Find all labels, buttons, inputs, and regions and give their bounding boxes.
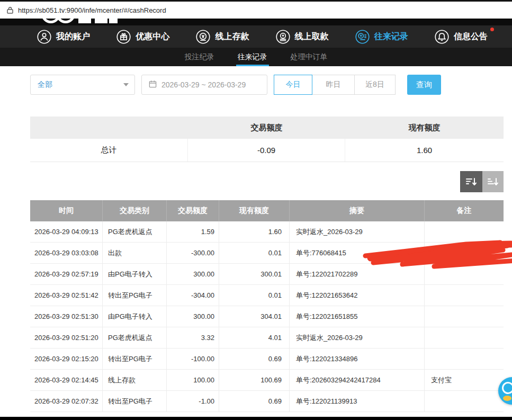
browser-address-bar: https://sb051.tv:9900/infe/mcenter/#/cas… bbox=[0, 0, 512, 19]
date-range-input[interactable]: 2026-03-29 ~ 2026-03-29 bbox=[141, 75, 267, 95]
table-row: 2026-03-29 02:57:19 由PG电子转入 300.00 300.0… bbox=[30, 264, 504, 285]
quick-button-today[interactable]: 今日 bbox=[274, 75, 312, 95]
nav-item-label: 我的账户 bbox=[56, 31, 90, 42]
cell-summary: 单号:122021139913 bbox=[290, 391, 425, 412]
nav-item-deposit[interactable]: 线上存款 bbox=[196, 30, 249, 44]
col-header-balance: 现有额度 bbox=[219, 200, 290, 221]
cell-time: 2026-03-29 02:51:30 bbox=[30, 306, 103, 327]
quick-button-last8days[interactable]: 近8日 bbox=[354, 75, 396, 95]
nav-item-account[interactable]: 我的账户 bbox=[37, 30, 90, 44]
summary-header-transaction: 交易额度 bbox=[188, 117, 345, 139]
cell-time: 2026-03-29 02:07:32 bbox=[30, 391, 103, 412]
logo-shape bbox=[109, 19, 118, 23]
cell-summary: 实时返水_2026-03-29 bbox=[290, 221, 425, 242]
tab-pending-orders[interactable]: 处理中订单 bbox=[289, 48, 329, 66]
nav-item-records[interactable]: 往来记录 bbox=[355, 30, 408, 44]
nav-item-announcements[interactable]: 信息公告 bbox=[435, 30, 488, 44]
table-row: 2026-03-29 04:09:13 PG老虎机返点 1.59 1.60 实时… bbox=[30, 221, 504, 243]
nav-item-label: 线上取款 bbox=[295, 31, 329, 42]
cell-type: 由PG电子转入 bbox=[103, 264, 167, 284]
quick-range-group: 今日 昨日 近8日 bbox=[274, 75, 396, 95]
records-icon bbox=[355, 30, 370, 44]
cell-type: 转出至PG电子 bbox=[103, 348, 167, 369]
cell-summary: 单号:202603294242417284 bbox=[290, 370, 425, 390]
table-row: 2026-03-29 03:03:08 出款 -300.00 0.01 单号:7… bbox=[30, 243, 504, 264]
cell-type: 出款 bbox=[103, 243, 167, 263]
cell-remark bbox=[425, 264, 504, 284]
table-row: 2026-03-29 02:15:20 转出至PG电子 -100.00 0.69… bbox=[30, 348, 504, 370]
url-text[interactable]: https://sb051.tv:9900/infe/mcenter/#/cas… bbox=[18, 6, 166, 14]
cell-remark bbox=[425, 391, 504, 412]
nav-item-withdraw[interactable]: 线上取款 bbox=[276, 30, 329, 44]
calendar-icon bbox=[149, 80, 157, 90]
logo-shape bbox=[78, 19, 91, 23]
summary-total-row: 总计 -0.09 1.60 bbox=[30, 139, 504, 162]
col-header-type: 交易类别 bbox=[103, 200, 167, 221]
cell-type: 转出至PG电子 bbox=[103, 391, 167, 412]
lock-icon[interactable] bbox=[7, 6, 13, 14]
deposit-icon bbox=[196, 30, 210, 44]
cell-amount: -1.00 bbox=[167, 391, 219, 412]
cell-type: 转出至PG电子 bbox=[103, 285, 167, 306]
cell-balance: 0.01 bbox=[219, 285, 290, 306]
table-row: 2026-03-29 02:51:20 PG老虎机返点 3.32 4.01 实时… bbox=[30, 327, 504, 348]
cell-remark bbox=[425, 306, 504, 327]
quick-button-label: 昨日 bbox=[326, 80, 341, 90]
cell-amount: 3.32 bbox=[167, 327, 219, 348]
cell-remark bbox=[425, 243, 504, 263]
nav-item-label: 信息公告 bbox=[454, 31, 488, 42]
chevron-down-icon bbox=[123, 83, 129, 86]
summary-total-label: 总计 bbox=[30, 139, 188, 162]
transactions-table: 时间 交易类别 交易额度 现有额度 摘要 备注 2026-03-29 04:09… bbox=[30, 200, 504, 412]
logo-shape bbox=[56, 19, 75, 23]
quick-button-yesterday[interactable]: 昨日 bbox=[312, 75, 355, 95]
browser-window: https://sb051.tv:9900/infe/mcenter/#/cas… bbox=[0, 0, 512, 420]
table-row: 2026-03-29 02:07:32 转出至PG电子 -1.00 0.69 单… bbox=[30, 391, 504, 412]
search-button[interactable]: 查询 bbox=[407, 75, 441, 95]
cell-amount: -300.00 bbox=[167, 243, 219, 263]
cell-balance: 304.01 bbox=[219, 306, 290, 327]
cell-summary: 单号:122021651855 bbox=[290, 306, 425, 327]
summary-header-row: 交易额度 现有额度 bbox=[30, 117, 504, 139]
cell-time: 2026-03-29 02:51:20 bbox=[30, 327, 103, 348]
sort-descending-button[interactable] bbox=[460, 171, 482, 192]
site-logo-partial bbox=[0, 19, 512, 25]
summary-header-balance: 现有额度 bbox=[345, 117, 504, 139]
gift-icon bbox=[116, 30, 131, 44]
cell-remark bbox=[425, 327, 504, 348]
filter-row: 全部 2026-03-29 ~ 2026-03-29 今日 bbox=[30, 75, 504, 95]
cell-time: 2026-03-29 04:09:13 bbox=[30, 221, 103, 242]
nav-item-promotions[interactable]: 优惠中心 bbox=[116, 30, 169, 44]
cell-summary: 单号:122021702289 bbox=[290, 264, 425, 284]
sort-ascending-button[interactable] bbox=[482, 171, 504, 192]
cash-record-page: 全部 2026-03-29 ~ 2026-03-29 今日 bbox=[30, 66, 504, 412]
tab-bet-records[interactable]: 投注纪录 bbox=[183, 48, 216, 66]
cell-summary: 单号:122021334896 bbox=[290, 348, 425, 369]
cell-balance: 1.60 bbox=[219, 221, 290, 242]
cell-type: 由PG电子转入 bbox=[103, 306, 167, 327]
cell-summary: 单号:122021653642 bbox=[290, 285, 425, 306]
cell-time: 2026-03-29 02:51:42 bbox=[30, 285, 103, 306]
tab-transaction-records[interactable]: 往来记录 bbox=[236, 48, 269, 66]
quick-button-label: 近8日 bbox=[365, 80, 384, 90]
cell-type: PG老虎机返点 bbox=[103, 327, 167, 348]
cell-type: PG老虎机返点 bbox=[103, 221, 167, 242]
transactions-header-row: 时间 交易类别 交易额度 现有额度 摘要 备注 bbox=[30, 200, 504, 221]
tab-label: 投注纪录 bbox=[185, 52, 214, 62]
date-range-value: 2026-03-29 ~ 2026-03-29 bbox=[161, 81, 246, 89]
summary-balance-value: 1.60 bbox=[345, 139, 504, 162]
col-header-summary: 摘要 bbox=[290, 200, 425, 221]
tab-label: 往来记录 bbox=[238, 52, 267, 62]
type-select[interactable]: 全部 bbox=[30, 75, 135, 95]
bell-icon bbox=[435, 30, 449, 44]
logo-shape bbox=[95, 19, 107, 23]
withdraw-icon bbox=[276, 30, 290, 44]
cell-balance: 4.01 bbox=[219, 327, 290, 348]
nav-item-label: 往来记录 bbox=[374, 31, 408, 42]
main-nav: 我的账户 优惠中心 线上存款 bbox=[0, 25, 512, 48]
notification-badge bbox=[490, 28, 494, 31]
cell-balance: 100.69 bbox=[219, 370, 290, 390]
cell-amount: 1.59 bbox=[167, 221, 219, 242]
col-header-remark: 备注 bbox=[425, 200, 504, 221]
cell-amount: 300.00 bbox=[167, 306, 219, 327]
